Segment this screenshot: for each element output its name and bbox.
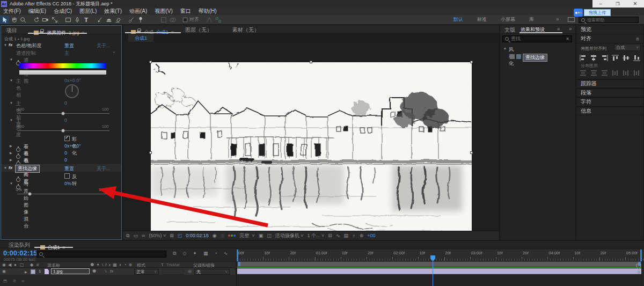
- master-hue-value[interactable]: 0x+0.0°: [64, 78, 81, 83]
- effects-item-row[interactable]: 查找边缘: [500, 53, 575, 60]
- blend-slider[interactable]: [28, 192, 32, 196]
- effects-search-box[interactable]: 查找 ✕: [502, 35, 572, 42]
- composition-image[interactable]: [151, 62, 472, 240]
- draft-3d-icon[interactable]: ◇: [182, 251, 186, 256]
- current-timecode[interactable]: 0:00:02:15: [3, 249, 38, 257]
- master-lightness-value[interactable]: 0: [64, 118, 67, 123]
- composition-mini-flowchart-icon[interactable]: ⧉: [173, 251, 176, 256]
- stereo-view-icon[interactable]: ∞: [142, 231, 145, 240]
- flowchart-icon[interactable]: ♁: [352, 231, 356, 240]
- rectangle-tool[interactable]: [63, 16, 72, 24]
- grid-guides-icon[interactable]: ⊞: [170, 231, 174, 240]
- show-channel-icon[interactable]: [228, 234, 236, 237]
- selection-tool[interactable]: [0, 16, 9, 24]
- blend-option-icon[interactable]: [168, 16, 177, 24]
- roto-brush-tool[interactable]: [127, 16, 136, 24]
- main-viewer-icon[interactable]: ▭: [133, 231, 138, 240]
- selection-handle[interactable]: [310, 61, 312, 63]
- column-source-name[interactable]: 源名称: [47, 262, 60, 268]
- align-right-button[interactable]: [601, 54, 608, 63]
- snapshot-icon[interactable]: ◉: [213, 231, 217, 240]
- workspace-tab[interactable]: 默认: [453, 16, 463, 23]
- layer-expander[interactable]: ▶: [25, 270, 27, 274]
- timeline-button-icon[interactable]: ▤: [343, 231, 348, 240]
- snap-option2-icon[interactable]: [214, 16, 223, 24]
- show-snapshot-icon[interactable]: ◎: [221, 231, 225, 240]
- tab-render-queue[interactable]: 渲染队列: [9, 241, 30, 249]
- tab-footage[interactable]: 素材（无）: [232, 26, 259, 34]
- always-preview-icon[interactable]: ⧉: [126, 231, 129, 240]
- align-left-button[interactable]: [580, 54, 587, 63]
- blend-value[interactable]: 0%: [64, 181, 71, 186]
- mask-visibility-icon[interactable]: ◰: [178, 231, 182, 240]
- about-link[interactable]: 关于...: [97, 165, 111, 172]
- timeline-search-box[interactable]: [36, 251, 166, 258]
- stopwatch-icon[interactable]: [16, 155, 20, 159]
- workspace-tab[interactable]: 小屏幕: [501, 16, 515, 23]
- column-parent[interactable]: 父级和链接: [193, 262, 215, 268]
- layer-name[interactable]: 1.jpg: [51, 268, 90, 274]
- panel-menu-icon[interactable]: ≡: [557, 26, 560, 32]
- workspace-icon[interactable]: [568, 17, 575, 22]
- layer-row[interactable]: ◉ ▶ 1 1.jpg ⚉ \ fx 正常˅ ◎ 无˅: [0, 268, 235, 275]
- breadcrumb[interactable]: 合成1: [128, 34, 153, 42]
- preview-timecode[interactable]: 0:00:02:15: [186, 233, 209, 238]
- comp-button-icon[interactable]: ⊛: [637, 270, 641, 275]
- mask-option-icon[interactable]: [159, 16, 168, 24]
- selection-handle[interactable]: [470, 151, 473, 154]
- selection-handle[interactable]: [149, 151, 152, 154]
- parent-pickwhip-icon[interactable]: ◎: [188, 269, 192, 274]
- menu-item[interactable]: 图层(L): [79, 8, 97, 15]
- eraser-tool[interactable]: [113, 16, 122, 24]
- menu-item[interactable]: 动画(A): [129, 8, 147, 15]
- character-panel-header[interactable]: 字符: [576, 97, 643, 106]
- colorize-lightness-value[interactable]: 0: [64, 157, 67, 163]
- resolution-dropdown[interactable]: 完整 ˅: [239, 232, 254, 239]
- distribute-bottom-button[interactable]: [601, 69, 608, 78]
- snap-checkbox[interactable]: [183, 17, 188, 22]
- menu-item[interactable]: 文件(F): [3, 8, 21, 15]
- paragraph-panel-header[interactable]: 段落: [576, 88, 643, 97]
- parent-dropdown[interactable]: 无˅: [194, 269, 230, 275]
- workspace-overflow[interactable]: »: [556, 16, 559, 22]
- reset-link[interactable]: 重置: [64, 165, 74, 172]
- hand-tool[interactable]: [9, 16, 18, 24]
- puppet-pin-tool[interactable]: [136, 16, 145, 24]
- info-panel-header[interactable]: 信息: [576, 106, 643, 115]
- reset-link[interactable]: 重置: [64, 42, 74, 49]
- distribute-top-button[interactable]: [580, 69, 587, 78]
- snap-option-icon[interactable]: [204, 16, 214, 24]
- effects-item[interactable]: 查找边缘: [523, 54, 547, 62]
- type-tool[interactable]: T: [82, 16, 91, 24]
- layer-quality-icon[interactable]: ⚉: [92, 269, 96, 274]
- unified-camera-tool[interactable]: [41, 16, 50, 24]
- work-area-bar[interactable]: [237, 261, 641, 267]
- work-area-start-handle[interactable]: [238, 262, 240, 266]
- preview-panel-header[interactable]: 预览: [576, 25, 643, 34]
- distribute-right-button[interactable]: [633, 69, 640, 78]
- pixel-aspect-icon[interactable]: ⊟: [328, 231, 332, 240]
- align-bottom-button[interactable]: [633, 54, 640, 63]
- distribute-h-center-button[interactable]: [623, 69, 630, 78]
- help-search-box[interactable]: 搜索帮助: [579, 17, 639, 23]
- zoom-tool[interactable]: [18, 16, 27, 24]
- frame-blending-icon[interactable]: ▦: [203, 251, 208, 256]
- layer-label-color[interactable]: [31, 269, 35, 274]
- view-layout-dropdown[interactable]: 1 个... ˅: [308, 232, 325, 239]
- distribute-v-center-button[interactable]: [590, 69, 597, 78]
- layer-fx-icon[interactable]: fx: [110, 269, 113, 274]
- trkmat-dropdown[interactable]: [162, 269, 184, 275]
- selection-handle[interactable]: [470, 61, 473, 63]
- tracker-panel-header[interactable]: 跟踪器: [576, 79, 643, 88]
- exposure-value[interactable]: +00: [367, 233, 375, 238]
- graph-editor-icon[interactable]: ∿: [224, 251, 228, 256]
- menu-item[interactable]: 效果(T): [104, 8, 122, 15]
- channel-control-dropdown[interactable]: 主: [64, 50, 69, 57]
- align-v-center-button[interactable]: [623, 54, 630, 63]
- viewer-area[interactable]: [123, 42, 499, 231]
- pan-behind-tool[interactable]: [50, 16, 59, 24]
- lightness-slider[interactable]: [61, 129, 65, 133]
- hide-shy-icon[interactable]: ✦: [193, 251, 197, 256]
- transparency-grid-icon[interactable]: ◫: [267, 231, 272, 240]
- in-point-marker[interactable]: [237, 250, 238, 261]
